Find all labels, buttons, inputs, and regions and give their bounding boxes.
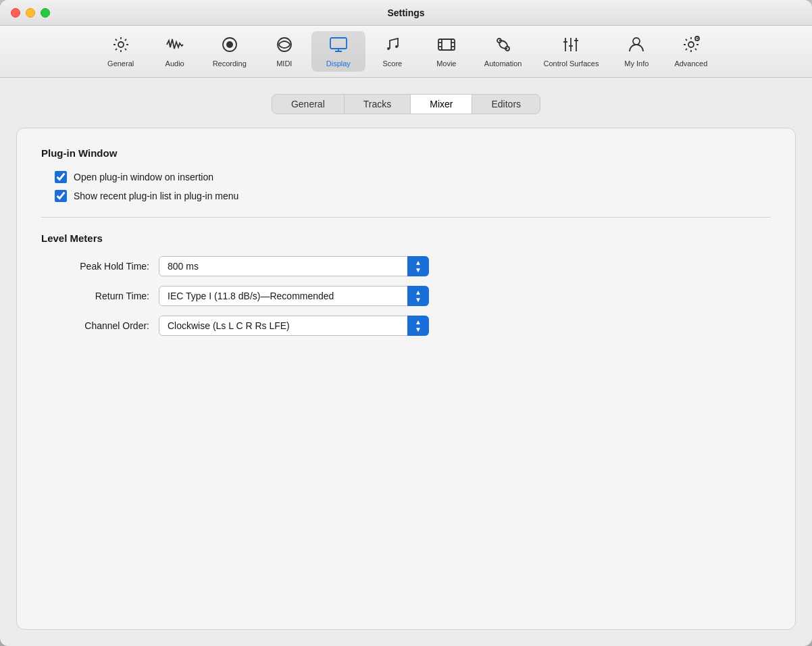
checkbox-show-recent[interactable] (55, 190, 67, 202)
record-icon (220, 35, 239, 57)
my-info-icon (627, 35, 646, 57)
peak-hold-row: Peak Hold Time: 800 ms 1000 ms 2000 ms 3… (41, 256, 771, 276)
svg-point-5 (387, 47, 390, 50)
tab-editors[interactable]: Editors (472, 95, 540, 114)
tab-bar-inner: General Tracks Mixer Editors (272, 94, 540, 114)
channel-order-label: Channel Order: (41, 320, 149, 331)
advanced-icon (682, 35, 701, 57)
toolbar-score-label: Score (382, 59, 402, 68)
toolbar-item-control-surfaces[interactable]: Control Surfaces (532, 31, 609, 72)
toolbar-audio-label: Audio (166, 59, 184, 68)
checkbox-row-1: Open plug-in window on insertion (41, 171, 771, 183)
channel-order-row: Channel Order: Clockwise (Ls L C R Rs LF… (41, 316, 771, 336)
toolbar: General Audio Recording (0, 26, 812, 78)
toolbar-item-automation[interactable]: Automation (474, 31, 533, 72)
display-icon (329, 35, 348, 57)
maximize-button[interactable] (41, 8, 50, 18)
svg-point-22 (633, 38, 640, 45)
svg-point-23 (688, 42, 694, 47)
window-title: Settings (387, 7, 424, 18)
panel: Plug-in Window Open plug-in window on in… (16, 128, 796, 630)
toolbar-display-label: Display (326, 59, 351, 68)
score-icon (383, 35, 402, 57)
titlebar: Settings (0, 0, 812, 26)
settings-window: Settings General Audio (0, 0, 812, 646)
toolbar-midi-label: MIDI (276, 59, 292, 68)
toolbar-general-label: General (107, 59, 134, 68)
svg-rect-7 (438, 39, 455, 50)
channel-order-select[interactable]: Clockwise (Ls L C R Rs LFE) SMPTE/ITU (L… (159, 316, 429, 336)
traffic-lights (11, 8, 50, 18)
toolbar-recording-label: Recording (213, 59, 247, 68)
svg-point-2 (226, 41, 233, 48)
svg-rect-4 (330, 38, 347, 49)
checkbox-row-2: Show recent plug-in list in plug-in menu (41, 190, 771, 202)
section-divider (41, 217, 771, 218)
return-time-label: Return Time: (41, 291, 149, 301)
peak-hold-label: Peak Hold Time: (41, 261, 149, 272)
toolbar-automation-label: Automation (484, 59, 522, 68)
midi-icon (275, 35, 294, 57)
movie-icon (437, 35, 456, 57)
tab-tracks[interactable]: Tracks (345, 95, 411, 114)
svg-point-0 (118, 42, 124, 47)
close-button[interactable] (11, 8, 20, 18)
checkbox-open-plugin-label: Open plug-in window on insertion (74, 172, 213, 182)
toolbar-item-my-info[interactable]: My Info (609, 31, 663, 72)
plugin-window-title: Plug-in Window (41, 147, 771, 159)
waveform-icon (166, 35, 184, 57)
minimize-button[interactable] (26, 8, 35, 18)
toolbar-item-display[interactable]: Display (311, 31, 365, 72)
channel-order-select-wrapper: Clockwise (Ls L C R Rs LFE) SMPTE/ITU (L… (159, 316, 429, 336)
tab-general[interactable]: General (272, 95, 345, 114)
svg-point-6 (395, 45, 398, 48)
checkbox-open-plugin[interactable] (55, 171, 67, 183)
toolbar-item-advanced[interactable]: Advanced (663, 31, 718, 72)
toolbar-advanced-label: Advanced (674, 59, 707, 68)
tab-bar: General Tracks Mixer Editors (16, 94, 796, 114)
level-meters-section: Level Meters Peak Hold Time: 800 ms 1000… (41, 232, 771, 336)
return-time-row: Return Time: IEC Type I (11.8 dB/s)—Reco… (41, 286, 771, 306)
toolbar-item-score[interactable]: Score (365, 31, 420, 72)
toolbar-my-info-label: My Info (624, 59, 649, 68)
control-surfaces-icon (561, 35, 580, 57)
return-time-select[interactable]: IEC Type I (11.8 dB/s)—Recommended IEC T… (159, 286, 429, 306)
toolbar-control-surfaces-label: Control Surfaces (543, 59, 599, 68)
toolbar-item-movie[interactable]: Movie (420, 31, 474, 72)
level-meters-title: Level Meters (41, 232, 771, 244)
peak-hold-select-wrapper: 800 ms 1000 ms 2000 ms 3000 ms Infinite … (159, 256, 429, 276)
gear-icon (111, 35, 130, 57)
return-time-select-wrapper: IEC Type I (11.8 dB/s)—Recommended IEC T… (159, 286, 429, 306)
toolbar-item-midi[interactable]: MIDI (257, 31, 311, 72)
toolbar-item-general[interactable]: General (94, 31, 148, 72)
toolbar-item-recording[interactable]: Recording (202, 31, 257, 72)
svg-point-3 (278, 38, 291, 51)
content-area: General Tracks Mixer Editors Plug-in Win… (0, 78, 812, 646)
toolbar-item-audio[interactable]: Audio (148, 31, 202, 72)
tab-mixer[interactable]: Mixer (411, 95, 472, 114)
plugin-window-section: Plug-in Window Open plug-in window on in… (41, 147, 771, 202)
toolbar-movie-label: Movie (436, 59, 456, 68)
checkbox-show-recent-label: Show recent plug-in list in plug-in menu (74, 191, 238, 201)
peak-hold-select[interactable]: 800 ms 1000 ms 2000 ms 3000 ms Infinite (159, 256, 429, 276)
automation-icon (494, 35, 513, 57)
